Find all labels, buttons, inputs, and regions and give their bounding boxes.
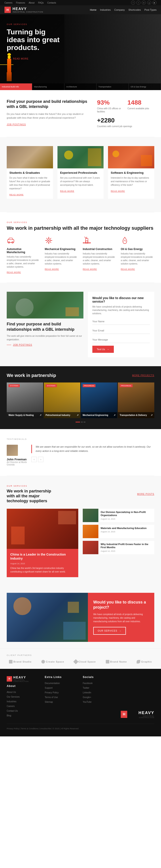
footer-link-twitter[interactable]: Twitter — [83, 687, 89, 689]
project-mech[interactable]: Progress Mechanical Engineering ↗ — [81, 382, 117, 418]
project-water[interactable]: Systems Water Supply & Heating ↗ — [7, 382, 43, 418]
testimonial-prev-button[interactable]: ‹ — [31, 457, 37, 462]
nav-post-types[interactable]: Post Types — [144, 8, 157, 11]
industry-industrial: Industrial Construction Industry has con… — [83, 237, 116, 274]
footer-link-services[interactable]: Our Services — [7, 695, 20, 698]
footer-link-linkedin[interactable]: LinkedIn — [83, 691, 91, 694]
industry-industrial-text: Industry has consistently employed innov… — [83, 252, 116, 266]
testimonial-next-button[interactable]: › — [38, 457, 44, 462]
footer-link-industries[interactable]: Industries — [7, 700, 16, 703]
card-software-link[interactable]: READ MORE — [111, 190, 125, 192]
footer-link-careers[interactable]: Careers — [7, 705, 15, 707]
internship-link[interactable]: JOB POSTINGS — [13, 344, 32, 346]
cta-body: We have completed all kinds of projects … — [93, 613, 149, 623]
footer-link-sitemap[interactable]: Sitemap — [45, 701, 53, 703]
card-students-link[interactable]: READ MORE — [9, 194, 24, 196]
footer-col-about: H HEAVY INDUSTRIAL CONSTRUCTION About Ab… — [7, 676, 40, 718]
stats-link[interactable]: JOB POSTINGS — [7, 123, 26, 126]
footer-link-contact[interactable]: Contact Us — [7, 710, 18, 712]
projects-grid: Systems Water Supply & Heating ↗ Systems… — [7, 382, 154, 418]
footer-link-google[interactable]: Google+ — [83, 696, 91, 699]
form-name-input[interactable] — [92, 318, 150, 325]
nav-shortcodes[interactable]: Shortcodes — [128, 8, 141, 11]
social-facebook-icon[interactable]: f — [131, 1, 135, 5]
industry-oil-link[interactable]: READ MORE — [121, 268, 135, 270]
testimonial-label: TESTIMONIALS — [7, 438, 154, 440]
blog-item-1[interactable]: Materials and Manufacturing Education Au… — [83, 525, 154, 538]
nav-company[interactable]: Company — [114, 8, 125, 11]
footer-brand-icon: H — [121, 711, 127, 718]
cta-button[interactable]: Our Services → — [93, 627, 126, 635]
card-professionals-img — [57, 146, 104, 168]
card-professionals-link[interactable]: READ MORE — [60, 190, 75, 192]
project-mech-label: Progress — [83, 384, 96, 387]
project-transport[interactable]: Progress Transportation & Delivery ↗ — [118, 382, 154, 418]
industry-automotive: Automotive Manufacturing Industry has co… — [7, 237, 40, 274]
topbar-about[interactable]: About — [29, 2, 34, 4]
blog-section: OUR SERVICES We work in partnership with… — [0, 476, 161, 586]
blog-item-0[interactable]: Our Division Specializing in Non-Profit … — [83, 509, 154, 522]
hero-tab-0[interactable]: Industrial Build Info — [0, 84, 32, 90]
cta-section: Would you like to discuss a project? We … — [0, 586, 161, 649]
blog-main-date: August 14, 2015 — [10, 562, 75, 565]
industry-automotive-title: Automotive Manufacturing — [7, 248, 40, 254]
project-petro[interactable]: Systems Petrochemical Industry ↗ — [44, 382, 80, 418]
logo-sub: INDUSTRIAL CONSTRUCTION — [12, 11, 43, 13]
card-software-img — [108, 146, 154, 168]
footer-link-about-us[interactable]: About Us — [7, 691, 16, 693]
blog-main-post[interactable]: China is a Leader in the Construction In… — [7, 509, 78, 577]
dot-2[interactable] — [81, 422, 83, 423]
topbar-contacts[interactable]: Contacts — [47, 2, 56, 4]
footer-link-facebook[interactable]: Facebook — [83, 682, 92, 684]
footer-bottom: Privacy Policy | Terms & Conditions | Un… — [7, 724, 154, 730]
more-posts-link[interactable]: MORE POSTS — [137, 493, 154, 495]
stat-jobs-num: 1488 — [128, 99, 154, 106]
nav-industries[interactable]: Industries — [100, 8, 111, 11]
testimonial-name: John Freeman — [7, 458, 27, 461]
industry-mechanical-link[interactable]: READ MORE — [45, 268, 59, 270]
card-software: Software & Engineering Interested in the… — [108, 146, 154, 199]
hero-tab-1[interactable]: Manufacturing — [32, 84, 64, 90]
footer-link-youtube[interactable]: YouTube — [83, 701, 91, 703]
more-projects-link[interactable]: MORE PROJECTS — [132, 374, 154, 377]
social-youtube-icon[interactable]: ▶ — [153, 1, 157, 5]
topbar-finances[interactable]: Finances — [16, 2, 25, 4]
stats-heading: Find your purpose and build relationship… — [7, 99, 92, 110]
logo-icon: H — [4, 7, 11, 13]
footer-link-docs[interactable]: Documentation — [45, 682, 60, 684]
dot-1[interactable] — [76, 422, 80, 423]
cards-grid: Students & Graduates Do you have what it… — [7, 146, 154, 199]
industry-automotive-link[interactable]: READ MORE — [7, 271, 21, 273]
industries-grid: Automotive Manufacturing Industry has co… — [7, 237, 154, 274]
industry-industrial-link[interactable]: READ MORE — [83, 268, 97, 270]
footer-link-terms[interactable]: Terms of Use — [45, 696, 58, 699]
main-nav: Home Industries Company Shortcodes Post … — [90, 8, 157, 11]
social-google-icon[interactable]: g — [147, 1, 151, 5]
form-body: We have completed all kinds of projects … — [92, 305, 150, 315]
hero-tab-3[interactable]: Transportation — [97, 84, 129, 90]
mechanical-icon — [45, 237, 54, 245]
topbar-careers[interactable]: Careers — [4, 2, 12, 4]
blog-label: OUR SERVICES — [7, 485, 56, 487]
footer-link-privacy[interactable]: Privacy Policy — [45, 691, 59, 694]
blog-list: Our Division Specializing in Non-Profit … — [83, 509, 154, 577]
social-twitter-icon[interactable]: t — [136, 1, 140, 5]
form-submit-button[interactable]: Text Us → — [92, 346, 114, 353]
social-linkedin-icon[interactable]: in — [142, 1, 146, 5]
footer: H HEAVY INDUSTRIAL CONSTRUCTION About Ab… — [0, 669, 161, 736]
footer-logo-icon: H — [7, 676, 12, 682]
form-email-input[interactable] — [92, 328, 150, 334]
hero-tab-4[interactable]: Oil & Gas Energy — [129, 84, 161, 90]
blog-main-image — [7, 509, 78, 549]
footer-about-heading: About — [7, 684, 40, 688]
nav-home[interactable]: Home — [90, 8, 97, 11]
hero-tab-2[interactable]: Architecture — [64, 84, 97, 90]
footer-link-blog[interactable]: Blog — [7, 714, 11, 717]
blog-item-2[interactable]: Why Industrial Profit Grows Faster in th… — [83, 541, 154, 554]
industry-mechanical: Mechanical Engineering Industry has cons… — [45, 237, 78, 274]
topbar-faqs[interactable]: FAQs — [38, 2, 44, 4]
form-message-input[interactable] — [92, 337, 150, 343]
dot-3[interactable] — [84, 422, 85, 423]
client-logo-3: Brand Name — [106, 660, 127, 663]
footer-link-support[interactable]: Support — [45, 687, 53, 689]
